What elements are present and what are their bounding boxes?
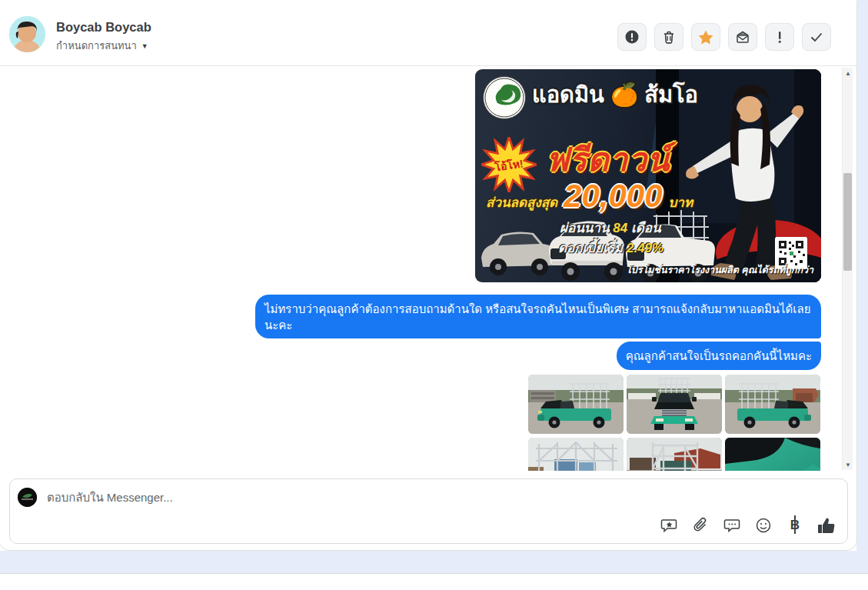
photo-thumbnail[interactable] [627,375,722,434]
exclamation-circle-icon [624,29,640,45]
messenger-inbox-page: Boycab Boycab กำหนดการสนทนา ▼ [0,0,868,590]
mark-important-button[interactable] [765,23,794,51]
ad-caption: โปรโมชั่นราคาโรงงานผลิต คุณได้รถที่ถูกกว… [626,262,813,278]
ad-discount-amount: 20,000 [564,182,662,211]
emoji-icon[interactable] [753,515,773,535]
ad-discount-unit: บาท [669,192,693,212]
delete-button[interactable] [654,23,683,51]
envelope-icon [735,29,750,45]
saved-replies-icon[interactable] [659,515,679,535]
ad-interest-line: ดอกเบี้ยเริ่ม 2.49% [558,237,663,258]
exclamation-icon [773,29,787,45]
ad-discount-label: ส่วนลดสูงสุด [486,192,557,212]
ad-discount-line: ส่วนลดสูงสุด 20,000 บาท [486,182,693,212]
photo-grid [528,375,822,471]
photo-thumbnail[interactable] [725,438,820,471]
attachment-icon[interactable] [690,515,710,535]
page-background-strip-bottom [0,551,868,574]
composer-tools: B [659,515,836,535]
check-icon [809,29,824,45]
photo-thumbnail[interactable] [528,375,624,434]
page-background-strip-right [856,0,868,574]
ad-installment-line: ผ่อนนาน 84 เดือน [560,217,661,238]
page-bottom-divider [0,573,868,574]
header-actions [617,23,831,51]
conversation-schedule-dropdown[interactable]: กำหนดการสนทนา ▼ [56,38,148,54]
photo-thumbnail[interactable] [528,438,624,471]
payment-baht-icon[interactable]: B [785,515,805,535]
ad-image-attachment[interactable]: แอดมิน 🍊 ส้มโอ โอ้โห! ฟรีดาวน์ ส่วนลดสูง… [475,69,821,282]
like-icon[interactable] [816,515,836,535]
message-bubble: ไม่ทราบว่าคุณลูกค้าต้องการสอบถามด้านใด ห… [255,295,821,338]
reply-input[interactable] [47,484,585,510]
trash-icon [662,30,676,45]
ad-title: แอดมิน 🍊 ส้มโอ [532,77,698,112]
message-bubble: คุณลูกค้าสนใจเป็นรถคอกคันนี้ไหมคะ [617,342,821,370]
mark-unread-button[interactable] [728,23,757,51]
dealer-logo [483,76,526,119]
contact-name: Boycab Boycab [56,20,151,35]
conversation-schedule-label: กำหนดการสนทนา [56,38,137,54]
follow-up-button[interactable] [691,23,720,51]
conversation-header: Boycab Boycab กำหนดการสนทนา ▼ [0,2,856,66]
comment-icon[interactable] [722,515,742,535]
message-thread: แอดมิน 🍊 ส้มโอ โอ้โห! ฟรีดาวน์ ส่วนลดสูง… [0,66,841,471]
chevron-down-icon: ▼ [141,42,148,50]
page-avatar [18,488,37,507]
mark-done-button[interactable] [802,23,831,51]
contact-avatar [9,16,45,52]
scrollbar-thumb[interactable] [843,173,852,271]
chat-scrollbar[interactable]: ▲ ▼ [842,68,853,470]
scrollbar-down-arrow[interactable]: ▼ [843,459,853,470]
scrollbar-up-arrow[interactable]: ▲ [843,68,853,78]
star-icon [697,29,714,45]
photo-thumbnail[interactable] [725,375,820,434]
reply-composer: B [9,478,848,544]
photo-thumbnail[interactable] [627,438,722,471]
report-button[interactable] [617,23,647,51]
